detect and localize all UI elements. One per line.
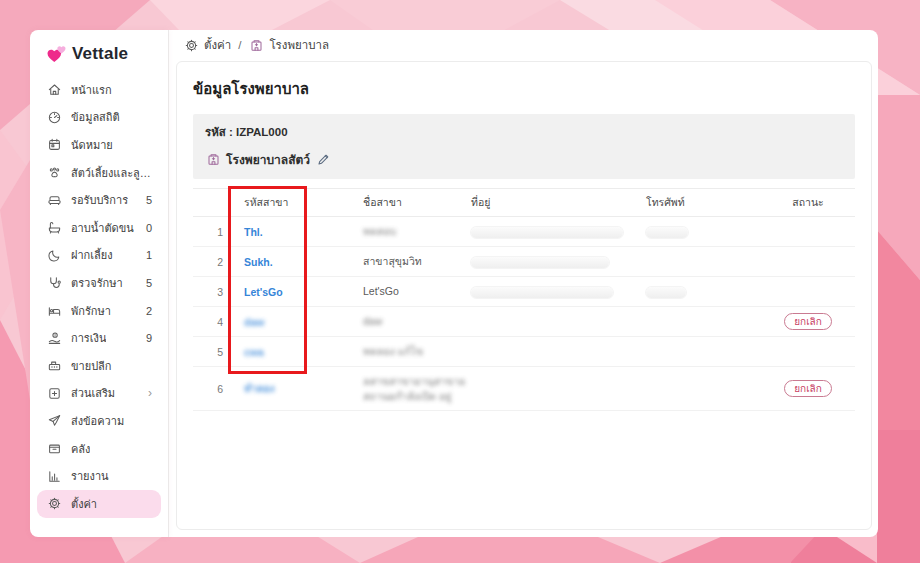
- status-badge: ยกเลิก: [784, 313, 832, 330]
- heart-logo-icon: [46, 45, 68, 64]
- branch-name: ทดสอบ: [363, 225, 396, 237]
- sidebar-item-label: การเงิน: [71, 329, 106, 347]
- sidebar-item-waiting[interactable]: รอรับบริการ5: [37, 186, 161, 214]
- table-row: 4dawdawยกเลิก: [193, 307, 855, 337]
- sidebar-item-label: นัดหมาย: [71, 136, 113, 154]
- table-row: 2Sukh.สาขาสุขุมวิท: [193, 247, 855, 277]
- row-number: 3: [193, 286, 233, 298]
- sidebar-item-label: ส่งข้อความ: [71, 412, 124, 430]
- table-row: 5cwaทดลอง แก้ไข: [193, 337, 855, 367]
- column-header: ชื่อสาขา: [308, 195, 471, 209]
- table-row: 6ทำลองลสาขสาขาอานุสาขาอสถานอกำลังเปิด อย…: [193, 367, 855, 411]
- app-logo[interactable]: Vettale: [30, 30, 168, 76]
- branch-name: ลสาขสาขาอานุสาขาอสถานอกำลังเปิด อยู่: [363, 375, 465, 401]
- page-title: ข้อมูลโรงพยาบาล: [193, 77, 855, 101]
- edit-pencil-icon[interactable]: [315, 152, 331, 168]
- hospital-info-panel: รหัส : IZPAL000 โรงพยาบาลสัตว์: [193, 114, 855, 179]
- table-row: 3Let'sGoLet'sGo: [193, 277, 855, 307]
- branch-status-cell: ยกเลิก: [761, 313, 855, 330]
- sidebar-item-count: 5: [146, 277, 152, 289]
- sidebar-item-boarding[interactable]: ฝากเลี้ยง1: [37, 242, 161, 270]
- branch-name: ทดลอง แก้ไข: [363, 345, 423, 357]
- sidebar-item-addons[interactable]: ส่วนเสริม›: [37, 380, 161, 408]
- table-row: 1Thl.ทดสอบ: [193, 217, 855, 247]
- sidebar-menu: หน้าแรกข้อมูลสถิตินัดหมายสัตว์เลี้ยงและล…: [30, 76, 168, 518]
- sidebar-item-count: 9: [146, 332, 152, 344]
- sidebar-item-count: 1: [146, 249, 152, 261]
- sidebar-item-admit[interactable]: พักรักษา2: [37, 297, 161, 325]
- moon-icon: [46, 247, 62, 263]
- sidebar-item-messages[interactable]: ส่งข้อความ: [37, 407, 161, 435]
- row-number: 5: [193, 346, 233, 358]
- branch-code-link[interactable]: Let'sGo: [244, 286, 283, 298]
- sidebar-item-grooming[interactable]: อาบน้ำตัดขน0: [37, 214, 161, 242]
- branch-address-cell: [471, 225, 646, 238]
- sidebar-item-count: 0: [146, 222, 152, 234]
- branch-code-link[interactable]: cwa: [244, 346, 264, 358]
- hospital-icon: [248, 37, 264, 53]
- sidebar-item-label: หน้าแรก: [71, 81, 112, 99]
- sidebar-item-finance[interactable]: การเงิน9: [37, 324, 161, 352]
- column-header: ที่อยู่: [471, 194, 646, 211]
- sidebar-item-label: พักรักษา: [71, 302, 111, 320]
- chevron-right-icon: ›: [148, 387, 152, 399]
- calendar-icon: [46, 137, 62, 153]
- home-icon: [46, 82, 62, 98]
- stats-icon: [46, 109, 62, 125]
- sidebar-item-appointment[interactable]: นัดหมาย: [37, 131, 161, 159]
- branch-address-cell: [471, 285, 646, 298]
- register-icon: [46, 358, 62, 374]
- breadcrumb-separator: /: [238, 39, 241, 51]
- branch-phone-cell: [646, 225, 761, 238]
- sidebar-item-label: ฝากเลี้ยง: [71, 246, 113, 264]
- sidebar-item-label: ตั้งค่า: [71, 495, 97, 513]
- branch-name: สาขาสุขุมวิท: [363, 255, 422, 267]
- sidebar-item-retail[interactable]: ขายปลีก: [37, 352, 161, 380]
- breadcrumb: ตั้งค่า / โรงพยาบาล: [169, 30, 878, 60]
- gear-icon: [46, 496, 62, 512]
- sofa-icon: [46, 192, 62, 208]
- content-card: ข้อมูลโรงพยาบาล รหัส : IZPAL000 โรงพยาบา…: [176, 61, 872, 530]
- branch-status-cell: ยกเลิก: [761, 380, 855, 397]
- sidebar-item-reports[interactable]: รายงาน: [37, 462, 161, 490]
- sidebar-item-label: คลัง: [71, 440, 90, 458]
- main-panel: ตั้งค่า / โรงพยาบาล ข้อมูลโรงพยาบาล รหัส…: [168, 30, 878, 537]
- sidebar-item-label: ขายปลีก: [71, 357, 112, 375]
- redacted-address-blob: [471, 257, 609, 268]
- branch-code-link[interactable]: daw: [244, 316, 264, 328]
- redacted-address-blob: [471, 227, 623, 238]
- sidebar-item-home[interactable]: หน้าแรก: [37, 76, 161, 104]
- sidebar: Vettale หน้าแรกข้อมูลสถิตินัดหมายสัตว์เล…: [30, 30, 168, 537]
- sidebar-item-examine[interactable]: ตรวจรักษา5: [37, 269, 161, 297]
- table-header-row: รหัสสาขาชื่อสาขาที่อยู่โทรศัพท์สถานะ: [193, 188, 855, 217]
- sidebar-item-count: 2: [146, 305, 152, 317]
- sidebar-item-label: ส่วนเสริม: [71, 384, 115, 402]
- breadcrumb-settings[interactable]: ตั้งค่า: [183, 36, 231, 54]
- branch-code-link[interactable]: ทำลอง: [244, 382, 275, 394]
- send-icon: [46, 413, 62, 429]
- breadcrumb-hospital[interactable]: โรงพยาบาล: [248, 36, 329, 54]
- sidebar-item-inventory[interactable]: คลัง: [37, 435, 161, 463]
- branch-code-link[interactable]: Sukh.: [244, 256, 273, 268]
- status-badge: ยกเลิก: [784, 380, 832, 397]
- breadcrumb-label: โรงพยาบาล: [269, 36, 329, 54]
- row-number: 6: [193, 383, 233, 395]
- gear-icon: [183, 37, 199, 53]
- redacted-address-blob: [471, 287, 613, 298]
- hospital-icon: [205, 152, 221, 168]
- branch-code-link[interactable]: Thl.: [244, 226, 263, 238]
- sidebar-item-settings[interactable]: ตั้งค่า: [37, 490, 161, 518]
- app-name: Vettale: [72, 44, 128, 64]
- sidebar-item-label: ตรวจรักษา: [71, 274, 123, 292]
- redacted-phone-blob: [646, 287, 686, 298]
- breadcrumb-label: ตั้งค่า: [204, 36, 231, 54]
- sidebar-item-pets[interactable]: สัตว์เลี้ยงและลูกค้า: [37, 159, 161, 187]
- branch-name: daw: [363, 315, 382, 327]
- column-header: โทรศัพท์: [646, 194, 761, 211]
- branch-name: Let'sGo: [363, 285, 399, 297]
- branch-address-cell: [471, 255, 646, 268]
- sidebar-item-stats[interactable]: ข้อมูลสถิติ: [37, 104, 161, 132]
- report-icon: [46, 468, 62, 484]
- column-header: รหัสสาขา: [233, 194, 308, 211]
- sidebar-item-label: รายงาน: [71, 467, 109, 485]
